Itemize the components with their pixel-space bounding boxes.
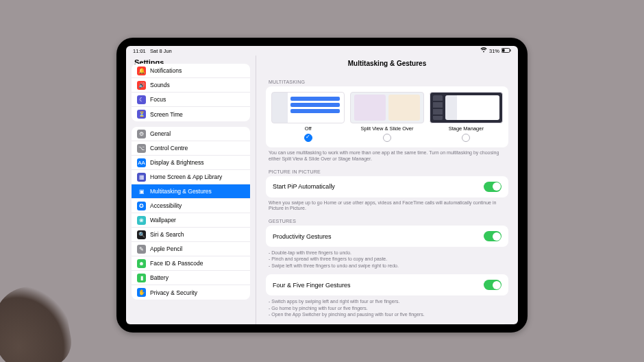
svg-rect-2 — [510, 49, 510, 51]
status-right: 31% — [480, 47, 511, 54]
status-time: 11:01 — [133, 48, 146, 54]
sidebar-item-accessibility[interactable]: ✪Accessibility — [132, 199, 250, 213]
sidebar-item-focus[interactable]: ☾Focus — [132, 93, 250, 107]
detail-pane[interactable]: Multitasking & Gestures MULTITASKING Off… — [256, 56, 518, 324]
sidebar-item-siri[interactable]: 🔍Siri & Search — [132, 228, 250, 242]
multitask-option-off-label: Off — [305, 125, 312, 132]
sidebar-item-control-centre-icon: ⌥ — [137, 144, 146, 153]
sidebar-item-privacy-icon: ✋ — [137, 288, 146, 297]
four-five-gestures-bullets: Switch apps by swiping left and right wi… — [269, 298, 506, 317]
section-label-gestures: GESTURES — [269, 219, 506, 224]
multitask-option-off[interactable]: Off — [271, 92, 345, 142]
sidebar-item-home-screen-icon: ▦ — [137, 173, 146, 182]
pip-toggle[interactable] — [484, 182, 501, 192]
sidebar-item-focus-label: Focus — [150, 96, 166, 103]
sidebar-item-general-label: General — [150, 130, 171, 137]
sidebar-item-home-screen[interactable]: ▦Home Screen & App Library — [132, 170, 250, 184]
status-date: Sat 8 Jun — [150, 48, 172, 54]
multitask-option-off-preview — [271, 92, 345, 123]
multitask-option-stage-preview — [430, 92, 503, 123]
sidebar-item-battery[interactable]: ▮Battery — [132, 271, 250, 285]
sidebar-item-wallpaper-label: Wallpaper — [150, 217, 176, 224]
multitask-option-split[interactable]: Split View & Slide Over — [350, 92, 423, 142]
section-label-pip: PICTURE IN PICTURE — [269, 169, 506, 174]
multitask-option-split-radio[interactable] — [383, 134, 391, 142]
sidebar-item-multitasking-icon: ▣ — [137, 187, 146, 196]
sidebar-item-privacy[interactable]: ✋Privacy & Security — [132, 285, 250, 300]
sidebar-item-display-icon: AA — [137, 158, 146, 167]
productivity-gestures-label: Productivity Gestures — [273, 233, 332, 240]
sidebar-item-wallpaper-icon: ❀ — [137, 216, 146, 225]
sidebar-item-home-screen-label: Home Screen & App Library — [150, 173, 222, 180]
sidebar-item-apple-pencil-icon: ✎ — [137, 245, 146, 254]
multitasking-footer: You can use multitasking to work with mo… — [269, 150, 506, 162]
sidebar-item-faceid[interactable]: ☻Face ID & Passcode — [132, 256, 250, 271]
sidebar-item-screen-time-label: Screen Time — [150, 111, 183, 118]
multitask-option-stage[interactable]: Stage Manager — [430, 92, 503, 142]
sidebar-item-apple-pencil[interactable]: ✎Apple Pencil — [132, 242, 250, 256]
sidebar-item-control-centre[interactable]: ⌥Control Centre — [132, 141, 250, 156]
sidebar-item-sounds-icon: 🔊 — [137, 81, 146, 90]
sidebar-item-sounds[interactable]: 🔊Sounds — [132, 78, 250, 93]
sidebar-item-battery-icon: ▮ — [137, 274, 146, 282]
sidebar-item-accessibility-icon: ✪ — [137, 202, 146, 210]
multitask-option-off-radio[interactable] — [304, 134, 312, 142]
shake-to-undo-row[interactable]: Shake to Undo — [266, 324, 508, 324]
section-label-multitasking: MULTITASKING — [269, 80, 506, 84]
pip-row[interactable]: Start PiP Automatically — [266, 176, 508, 197]
four-five-gestures-row[interactable]: Four & Five Finger Gestures — [266, 274, 508, 295]
multitask-option-split-preview — [350, 92, 423, 123]
detail-title: Multitasking & Gestures — [266, 56, 508, 73]
sidebar-item-faceid-label: Face ID & Passcode — [150, 260, 203, 267]
hand-holding-device — [0, 280, 75, 362]
multitask-option-split-label: Split View & Slide Over — [361, 125, 414, 132]
sidebar-group-1: 🔔Notifications🔊Sounds☾Focus⏳Screen Time — [132, 64, 250, 121]
four-five-gestures-label: Four & Five Finger Gestures — [273, 282, 351, 289]
sidebar-item-notifications-label: Notifications — [150, 67, 182, 74]
battery-percentage: 31% — [489, 48, 499, 54]
productivity-gestures-toggle[interactable] — [484, 231, 501, 241]
productivity-gestures-row[interactable]: Productivity Gestures — [266, 226, 508, 247]
sidebar-item-multitasking-label: Multitasking & Gestures — [150, 188, 212, 195]
sidebar-item-siri-label: Siri & Search — [150, 231, 184, 238]
sidebar-item-display-label: Display & Brightness — [150, 159, 203, 166]
battery-icon — [501, 48, 511, 54]
svg-rect-1 — [502, 49, 505, 51]
ipad-screen: 11:01 Sat 8 Jun 31% Settings 🔔Notificati… — [126, 46, 518, 324]
status-left: 11:01 Sat 8 Jun — [133, 48, 172, 54]
pip-label: Start PiP Automatically — [273, 183, 335, 190]
sidebar-item-focus-icon: ☾ — [137, 95, 146, 104]
sidebar-item-accessibility-label: Accessibility — [150, 202, 182, 209]
sidebar-item-wallpaper[interactable]: ❀Wallpaper — [132, 213, 250, 228]
sidebar-item-siri-icon: 🔍 — [137, 230, 146, 239]
sidebar-item-apple-pencil-label: Apple Pencil — [150, 245, 182, 252]
multitask-option-stage-radio[interactable] — [462, 134, 470, 142]
status-bar: 11:01 Sat 8 Jun 31% — [126, 46, 518, 56]
productivity-gestures-bullets: Double-tap with three fingers to undo.Pi… — [269, 250, 506, 269]
sidebar-item-screen-time-icon: ⏳ — [137, 110, 146, 119]
ipad-device-frame: 11:01 Sat 8 Jun 31% Settings 🔔Notificati… — [116, 38, 528, 333]
sidebar-item-notifications-icon: 🔔 — [137, 67, 146, 75]
multitasking-card: OffSplit View & Slide OverStage Manager — [266, 86, 508, 147]
wifi-icon — [480, 47, 487, 54]
settings-sidebar: Settings 🔔Notifications🔊Sounds☾Focus⏳Scr… — [126, 56, 256, 324]
sidebar-item-notifications[interactable]: 🔔Notifications — [132, 64, 250, 78]
sidebar-item-general[interactable]: ⚙General — [132, 127, 250, 141]
sidebar-item-battery-label: Battery — [150, 274, 169, 281]
sidebar-item-faceid-icon: ☻ — [137, 259, 146, 268]
sidebar-item-general-icon: ⚙ — [137, 130, 146, 138]
sidebar-item-sounds-label: Sounds — [150, 82, 170, 88]
four-five-gestures-toggle[interactable] — [484, 280, 501, 290]
sidebar-item-control-centre-label: Control Centre — [150, 145, 188, 152]
multitask-option-stage-label: Stage Manager — [449, 125, 484, 132]
sidebar-item-display[interactable]: AADisplay & Brightness — [132, 156, 250, 170]
pip-footer: When you swipe up to go Home or use othe… — [269, 200, 506, 213]
sidebar-item-multitasking[interactable]: ▣Multitasking & Gestures — [132, 184, 250, 199]
sidebar-item-screen-time[interactable]: ⏳Screen Time — [132, 107, 250, 121]
sidebar-item-privacy-label: Privacy & Security — [150, 289, 197, 296]
sidebar-group-2: ⚙General⌥Control CentreAADisplay & Brigh… — [132, 127, 250, 300]
